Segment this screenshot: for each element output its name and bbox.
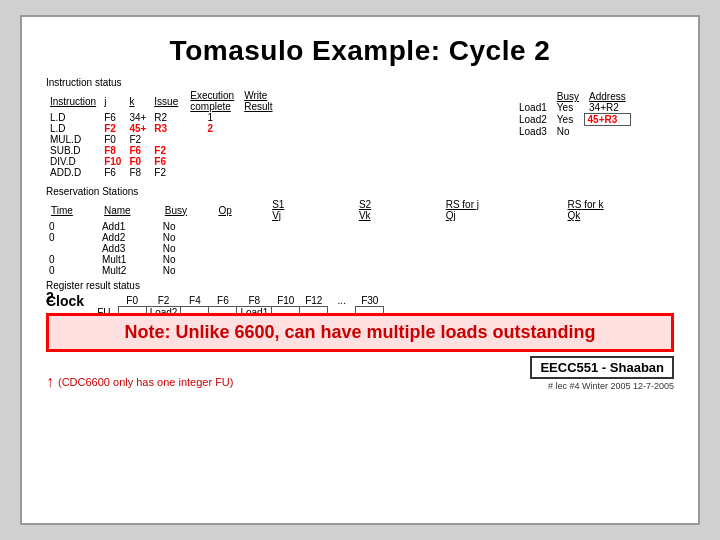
- res-mult1-vj: [252, 254, 339, 265]
- col-write-result: WriteResult: [238, 90, 276, 112]
- res-col-vj: S1Vj: [252, 199, 339, 221]
- res-add3-vk: [339, 243, 426, 254]
- reg-col-f8: F8: [237, 295, 272, 307]
- exec-6: [238, 167, 276, 178]
- main-content: Instruction status Instruction j k Issue…: [46, 77, 674, 509]
- footer-right: EECC551 - Shaaban: [540, 360, 664, 375]
- res-col-vk: S2Vk: [339, 199, 426, 221]
- res-add3-qk: [548, 243, 675, 254]
- load1-busy: Yes: [552, 102, 584, 114]
- res-col-busy: Busy: [160, 199, 214, 221]
- res-add3-name: Add3: [99, 243, 160, 254]
- res-add2-busy: No: [160, 232, 214, 243]
- instr-row-6: ADD.D F6 F8 F2: [46, 167, 285, 178]
- load2-address: 45+R3: [584, 114, 631, 126]
- write-1: [277, 112, 285, 123]
- j-3: F0: [100, 134, 125, 145]
- exec-3: [238, 134, 276, 145]
- k-6: F8: [125, 167, 150, 178]
- instr-header-row: Instruction j k Issue Executioncomplete …: [46, 90, 285, 112]
- load-row-3: Load3 No: [514, 126, 631, 137]
- load-row-1: Load1 Yes 34+R2: [514, 102, 631, 114]
- j-6: F6: [100, 167, 125, 178]
- res-add2-vk: [339, 232, 426, 243]
- eecc-badge: EECC551 - Shaaban: [530, 356, 674, 379]
- exec-5: [238, 156, 276, 167]
- reg-col-f10: F10: [272, 295, 300, 307]
- instr-row-5: DIV.D F10 F0 F6: [46, 156, 285, 167]
- reg-1: R2: [150, 112, 182, 123]
- res-add1-vj: [252, 221, 339, 232]
- instr-row-4: SUB.D F8 F6 F2: [46, 145, 285, 156]
- res-add1-vk: [339, 221, 426, 232]
- load3-busy: No: [552, 126, 584, 137]
- k-2: 45+: [125, 123, 150, 134]
- res-row-mult1: 0 Mult1 No: [46, 254, 674, 265]
- register-result-section: Register result status Clock F0 F2 F4 F6…: [46, 280, 674, 305]
- write-4: [277, 145, 285, 156]
- res-add3-qj: [426, 243, 548, 254]
- instr-row-3: MUL.D F0 F2: [46, 134, 285, 145]
- col-exec-complete: Executioncomplete: [182, 90, 238, 112]
- j-5: F10: [100, 156, 125, 167]
- k-1: 34+: [125, 112, 150, 123]
- reg-col-dots: ...: [328, 295, 356, 307]
- res-col-name: Name: [99, 199, 160, 221]
- write-2: [277, 123, 285, 134]
- instr-6: ADD.D: [46, 167, 100, 178]
- res-mult2-op: [213, 265, 252, 276]
- reg-col-f2: F2: [146, 295, 181, 307]
- res-mult1-qj: [426, 254, 548, 265]
- col-instruction: Instruction: [46, 90, 100, 112]
- load-row-2: Load2 Yes 45+R3: [514, 114, 631, 126]
- top-section: Instruction status Instruction j k Issue…: [46, 77, 674, 178]
- res-add2-time: 0: [46, 232, 99, 243]
- clock-value: 2: [46, 289, 54, 305]
- load3-address: [584, 126, 631, 137]
- instr-row-1: L.D F6 34+ R2 1: [46, 112, 285, 123]
- issue-2: 2: [182, 123, 238, 134]
- load-col-busy: Busy: [552, 91, 584, 102]
- res-col-time: Time: [46, 199, 99, 221]
- res-add3-busy: No: [160, 243, 214, 254]
- res-add3-vj: [252, 243, 339, 254]
- col-issue: Issue: [150, 90, 182, 112]
- slide: Tomasulo Example: Cycle 2 Instruction st…: [20, 15, 700, 525]
- res-add1-name: Add1: [99, 221, 160, 232]
- load-buffers-section: Busy Address Load1 Yes 34+R2 Load2 Yes: [514, 77, 674, 178]
- reg-header-row: F0 F2 F4 F6 F8 F10 F12 ... F30: [90, 295, 384, 307]
- reg-col-f0: F0: [118, 295, 146, 307]
- reg-col-f30: F30: [356, 295, 384, 307]
- issue-5: [182, 156, 238, 167]
- note-text: Note: Unlike 6600, can have multiple loa…: [124, 322, 595, 342]
- res-row-add2: 0 Add2 No: [46, 232, 674, 243]
- load3-name: Load3: [514, 126, 552, 137]
- instr-2: L.D: [46, 123, 100, 134]
- instruction-status-table: Instruction j k Issue Executioncomplete …: [46, 90, 285, 178]
- instr-3: MUL.D: [46, 134, 100, 145]
- instr-row-2: L.D F2 45+ R3 2: [46, 123, 285, 134]
- res-mult2-vk: [339, 265, 426, 276]
- res-mult2-name: Mult2: [99, 265, 160, 276]
- res-mult2-qj: [426, 265, 548, 276]
- res-mult2-busy: No: [160, 265, 214, 276]
- write-6: [277, 167, 285, 178]
- res-mult2-qk: [548, 265, 675, 276]
- j-1: F6: [100, 112, 125, 123]
- j-4: F8: [100, 145, 125, 156]
- reg-2: R3: [150, 123, 182, 134]
- res-mult1-vk: [339, 254, 426, 265]
- load2-busy: Yes: [552, 114, 584, 126]
- footer-left: # lec #4 Winter 2005 12-7-2005: [548, 381, 674, 391]
- res-mult1-qk: [548, 254, 675, 265]
- reservation-stations-section: Reservation Stations Time Name Busy Op S…: [46, 186, 674, 276]
- load2-name: Load2: [514, 114, 552, 126]
- exec-1: [238, 112, 276, 123]
- res-add3-time: [46, 243, 99, 254]
- res-mult2-vj: [252, 265, 339, 276]
- res-row-add3: Add3 No: [46, 243, 674, 254]
- load-header-row: Busy Address: [514, 91, 631, 102]
- res-add3-op: [213, 243, 252, 254]
- slide-title: Tomasulo Example: Cycle 2: [46, 35, 674, 67]
- issue-1: 1: [182, 112, 238, 123]
